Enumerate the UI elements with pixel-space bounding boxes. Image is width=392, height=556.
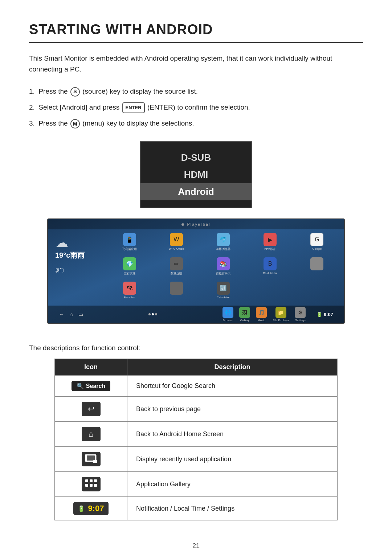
desc-cell-search: Shortcut for Google Search bbox=[127, 376, 338, 397]
desc-cell-recent: Display recently used application bbox=[127, 447, 338, 472]
app-icon-label: PPS影音 bbox=[264, 247, 276, 251]
app-icon: 💎 宝石疯狂 bbox=[107, 257, 151, 275]
nav-recent-icon: ▭ bbox=[78, 311, 83, 317]
step-1: 1. Press the S (source) key to display t… bbox=[29, 85, 363, 98]
steps-list: 1. Press the S (source) key to display t… bbox=[29, 85, 363, 130]
page-dots bbox=[94, 313, 212, 315]
bottom-app-icon: ⚙ bbox=[295, 307, 306, 318]
icon-cell-clock: 🔋 9:07 bbox=[55, 497, 127, 520]
svg-rect-4 bbox=[90, 479, 93, 482]
icon-cell-back: ↩ bbox=[55, 397, 127, 422]
app-icon: 📱 飞利浦应用 bbox=[107, 233, 151, 251]
app-icon: 🔢 Calculator bbox=[201, 282, 245, 299]
icon-cell-recent bbox=[55, 447, 127, 472]
android-bottombar: ← ⌂ ▭ 🌐 Browser 🖼 Gallery 🎵 bbox=[48, 306, 344, 323]
android-content: ☁ 19°c雨雨 厦门 📱 飞利浦应用 W WPS Office 🐬 海豚浏览器 bbox=[48, 229, 344, 306]
app-icon: 🗺 BasePro bbox=[107, 282, 151, 299]
function-table: Icon Description 🔍 Search Shortcut for G… bbox=[54, 359, 338, 520]
back-icon-cell: ↩ bbox=[64, 402, 118, 416]
bottom-app-label: File Explorer bbox=[273, 319, 289, 322]
app-icon-label: Baiduknow bbox=[263, 271, 277, 275]
app-icon-img: 📚 bbox=[217, 257, 230, 270]
svg-rect-6 bbox=[85, 484, 88, 487]
svg-rect-2 bbox=[93, 460, 97, 463]
app-icon bbox=[154, 282, 198, 296]
app-icon-img: 🔢 bbox=[217, 282, 230, 295]
bottom-app-icon: 📁 bbox=[275, 307, 286, 318]
desc-cell-home: Back to Android Home Screen bbox=[127, 422, 338, 447]
app-icon-img bbox=[310, 257, 323, 270]
svg-rect-5 bbox=[94, 479, 97, 482]
menu-item-dsub: D-SUB bbox=[140, 149, 252, 166]
app-icon-label: 海豚浏览器 bbox=[216, 247, 230, 251]
weather-panel: ☁ 19°c雨雨 厦门 bbox=[53, 233, 104, 302]
source-key: S bbox=[70, 87, 80, 97]
app-icon-img: 🐬 bbox=[217, 233, 230, 246]
step-2: 2. Select [Android] and press ENTER (ENT… bbox=[29, 101, 363, 114]
svg-rect-1 bbox=[87, 455, 95, 461]
home-icon-cell: ⌂ bbox=[64, 427, 118, 441]
col-header-icon: Icon bbox=[55, 359, 127, 376]
bottom-app-music: 🎵 Music bbox=[256, 307, 267, 322]
svg-rect-8 bbox=[94, 484, 97, 487]
back-arrow-icon: ↩ bbox=[82, 402, 101, 416]
clock-notification-icon: 🔋 9:07 bbox=[73, 502, 108, 515]
app-icon-label: 百教百手大 bbox=[216, 271, 230, 275]
bottom-app-gallery: 🖼 Gallery bbox=[239, 307, 250, 322]
app-icon: B Baiduknow bbox=[248, 257, 292, 275]
menu-screenshot-wrapper: D-SUB HDMI Android bbox=[29, 141, 363, 208]
bottom-apps-row: 🌐 Browser 🖼 Gallery 🎵 Music 📁 File Explo… bbox=[222, 307, 306, 322]
app-icon bbox=[295, 257, 339, 271]
desc-cell-clock: Notification / Local Time / Settings bbox=[127, 497, 338, 520]
table-row: Display recently used application bbox=[55, 447, 338, 472]
app-icon-img: 🗺 bbox=[123, 282, 136, 295]
menu-item-android: Android bbox=[140, 183, 252, 200]
app-icon-img: 💎 bbox=[123, 257, 136, 270]
app-icon-img: ▶ bbox=[264, 233, 277, 246]
desc-text: The descriptions for function control: bbox=[29, 344, 363, 352]
col-header-description: Description bbox=[127, 359, 338, 376]
svg-rect-3 bbox=[85, 479, 88, 482]
page-title: STARTING WITH ANDROID bbox=[29, 22, 363, 43]
app-icon-label: 数独达朗 bbox=[171, 271, 182, 275]
app-icon: ▶ PPS影音 bbox=[248, 233, 292, 251]
table-row: ⌂ Back to Android Home Screen bbox=[55, 422, 338, 447]
nav-home-icon: ⌂ bbox=[70, 311, 73, 317]
app-icon: G Google bbox=[295, 233, 339, 250]
bottom-app-label: Settings bbox=[295, 319, 306, 322]
topbar-text: ⊕ Playerbar bbox=[181, 222, 211, 227]
app-icon-label: 飞利浦应用 bbox=[122, 247, 137, 251]
grid-icon-cell bbox=[64, 477, 118, 491]
bottom-app-icon: 🖼 bbox=[239, 307, 250, 318]
app-icon: ✏ 数独达朗 bbox=[154, 257, 198, 275]
recent-icon-cell bbox=[64, 452, 118, 466]
intro-text: This Smart Monitor is embedded with Andr… bbox=[29, 53, 363, 75]
app-icon-label: BasePro bbox=[124, 296, 135, 299]
app-icon-label: WPS Office bbox=[169, 247, 184, 250]
bottom-app-files: 📁 File Explorer bbox=[273, 307, 289, 322]
menu-item-hdmi: HDMI bbox=[140, 166, 252, 183]
app-icon-label: Calculator bbox=[217, 296, 230, 299]
desc-cell-back: Back to previous page bbox=[127, 397, 338, 422]
battery-icon: 🔋 bbox=[78, 505, 85, 512]
app-icon-img: ✏ bbox=[170, 257, 183, 270]
bottom-app-label: Gallery bbox=[240, 319, 249, 322]
menu-box: D-SUB HDMI Android bbox=[140, 141, 252, 208]
app-icon-img: G bbox=[310, 233, 323, 246]
table-row: Application Gallery bbox=[55, 472, 338, 497]
enter-key: ENTER bbox=[122, 102, 145, 113]
nav-icons: ← ⌂ ▭ bbox=[59, 311, 83, 317]
android-screenshot: ⊕ Playerbar ☁ 19°c雨雨 厦门 📱 飞利浦应用 W WPS Of… bbox=[47, 218, 345, 324]
table-row: ↩ Back to previous page bbox=[55, 397, 338, 422]
bottom-app-settings: ⚙ Settings bbox=[295, 307, 306, 322]
app-icon-img: B bbox=[264, 257, 277, 270]
menu-key: M bbox=[70, 119, 80, 128]
app-icon: 🐬 海豚浏览器 bbox=[201, 233, 245, 251]
app-icon-label: 宝石疯狂 bbox=[124, 271, 135, 275]
table-row: 🔋 9:07 Notification / Local Time / Setti… bbox=[55, 497, 338, 520]
bottom-app-browser: 🌐 Browser bbox=[222, 307, 233, 322]
weather-temp: 19°c雨雨 bbox=[55, 250, 102, 260]
bottom-app-label: Browser bbox=[223, 319, 233, 322]
recent-apps-icon bbox=[82, 452, 101, 466]
nav-back-icon: ← bbox=[59, 311, 64, 317]
